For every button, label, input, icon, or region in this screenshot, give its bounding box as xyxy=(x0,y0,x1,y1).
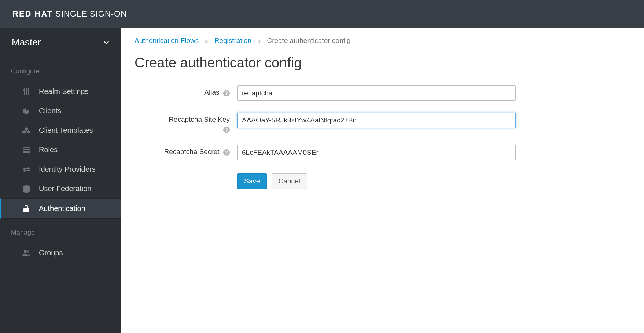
realm-selector[interactable]: Master xyxy=(0,28,121,57)
secret-input[interactable] xyxy=(237,145,516,160)
site-key-label: Recaptcha Site Key xyxy=(169,116,230,123)
breadcrumb: Authentication Flows » Registration » Cr… xyxy=(135,37,631,45)
cancel-button[interactable]: Cancel xyxy=(272,173,307,189)
svg-rect-10 xyxy=(23,208,29,212)
svg-point-3 xyxy=(23,89,25,91)
svg-point-5 xyxy=(28,89,29,90)
svg-rect-8 xyxy=(23,151,30,153)
sidebar-item-authentication[interactable]: Authentication xyxy=(0,198,121,219)
sidebar-item-label: Groups xyxy=(39,249,63,257)
svg-rect-6 xyxy=(23,147,30,148)
svg-rect-1 xyxy=(26,88,27,95)
sidebar-item-roles[interactable]: Roles xyxy=(0,140,121,160)
realm-name: Master xyxy=(12,37,41,48)
cube-icon xyxy=(22,107,31,115)
lock-icon xyxy=(22,205,31,212)
save-button[interactable]: Save xyxy=(237,173,267,189)
cubes-icon xyxy=(22,127,31,134)
product-logo: RED HAT SINGLE SIGN-ON xyxy=(12,9,127,19)
sidebar-item-client-templates[interactable]: Client Templates xyxy=(0,121,121,140)
users-icon xyxy=(22,250,31,256)
alias-label: Alias xyxy=(204,88,219,96)
help-icon[interactable]: ? xyxy=(223,90,230,96)
help-icon[interactable]: ? xyxy=(223,127,230,133)
sidebar-section-configure: Configure xyxy=(0,57,121,82)
form-row-alias: Alias ? xyxy=(135,85,631,101)
list-icon xyxy=(22,147,31,153)
help-icon[interactable]: ? xyxy=(223,149,230,156)
site-key-input[interactable] xyxy=(237,113,516,128)
sidebar-item-label: Roles xyxy=(39,146,58,154)
sliders-icon xyxy=(22,88,31,95)
header-bar: RED HAT SINGLE SIGN-ON xyxy=(0,0,644,28)
sidebar-item-realm-settings[interactable]: Realm Settings xyxy=(0,82,121,101)
sidebar-item-label: Realm Settings xyxy=(39,87,89,96)
main-content: Authentication Flows » Registration » Cr… xyxy=(121,28,644,333)
form-row-buttons: Save Cancel xyxy=(135,172,631,189)
form-row-site-key: Recaptcha Site Key ? xyxy=(135,113,631,133)
breadcrumb-authentication-flows[interactable]: Authentication Flows xyxy=(135,37,199,44)
sidebar-item-label: Authentication xyxy=(39,204,85,213)
sidebar-item-identity-providers[interactable]: Identity Providers xyxy=(0,160,121,179)
form-row-secret: Recaptcha Secret ? xyxy=(135,145,631,160)
sidebar-item-label: User Federation xyxy=(39,184,91,193)
breadcrumb-separator-icon: » xyxy=(205,38,208,44)
sidebar-item-label: Identity Providers xyxy=(39,165,96,173)
svg-point-4 xyxy=(26,92,27,93)
sidebar-item-label: Client Templates xyxy=(39,126,93,135)
svg-point-12 xyxy=(27,250,29,253)
sidebar-item-label: Clients xyxy=(39,107,61,115)
exchange-icon xyxy=(22,166,31,172)
logo-light: SINGLE SIGN-ON xyxy=(53,9,127,18)
page-title: Create authenticator config xyxy=(135,55,631,71)
breadcrumb-registration[interactable]: Registration xyxy=(214,37,251,44)
database-icon xyxy=(22,185,31,193)
sidebar-section-manage: Manage xyxy=(0,219,121,243)
sidebar-item-groups[interactable]: Groups xyxy=(0,243,121,263)
svg-point-11 xyxy=(24,250,27,253)
sidebar-item-clients[interactable]: Clients xyxy=(0,101,121,121)
alias-input[interactable] xyxy=(237,85,516,101)
sidebar-item-user-federation[interactable]: User Federation xyxy=(0,179,121,198)
breadcrumb-current: Create authenticator config xyxy=(267,37,350,44)
breadcrumb-separator-icon: » xyxy=(258,38,261,44)
logo-bold: RED HAT xyxy=(12,9,53,18)
svg-rect-7 xyxy=(23,149,30,150)
sidebar: Master Configure Realm Settings Clients … xyxy=(0,28,121,333)
secret-label: Recaptcha Secret xyxy=(164,148,220,155)
svg-rect-0 xyxy=(24,88,25,95)
chevron-down-icon xyxy=(103,40,109,45)
